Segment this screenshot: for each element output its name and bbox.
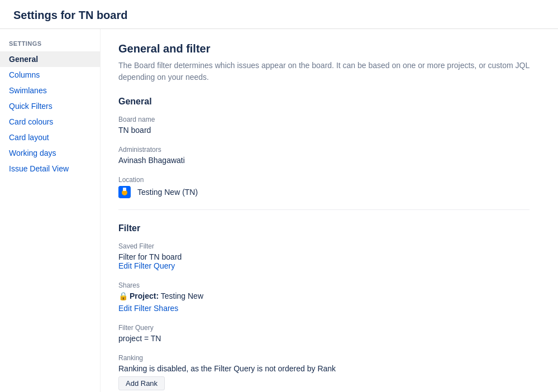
saved-filter-group: Saved Filter Filter for TN board Edit Fi… (118, 242, 530, 270)
sidebar-item-columns[interactable]: Columns (0, 67, 100, 83)
administrators-group: Administrators Avinash Bhagawati (118, 146, 530, 165)
ranking-value: Ranking is disabled, as the Filter Query… (118, 364, 530, 373)
saved-filter-value: Filter for TN board (118, 252, 530, 261)
sidebar-item-card-colours[interactable]: Card colours (0, 114, 100, 130)
filter-query-value: project = TN (118, 334, 530, 343)
shares-project-label: Project: Testing New (130, 291, 203, 300)
lock-icon: 🔒 (118, 291, 127, 300)
board-name-group: Board name TN board (118, 116, 530, 135)
saved-filter-label: Saved Filter (118, 242, 530, 250)
svg-rect-2 (123, 188, 126, 191)
location-row: Testing New (TN) (118, 186, 530, 198)
sidebar-section-label: SETTINGS (0, 38, 100, 51)
administrators-label: Administrators (118, 146, 530, 154)
sidebar-item-card-layout[interactable]: Card layout (0, 130, 100, 145)
shares-value: 🔒 Project: Testing New (118, 291, 530, 300)
general-section-title: General (118, 97, 530, 107)
administrators-value: Avinash Bhagawati (118, 156, 530, 165)
sidebar-item-quick-filters[interactable]: Quick Filters (0, 98, 100, 114)
sidebar-item-swimlanes[interactable]: Swimlanes (0, 83, 100, 98)
filter-section-title: Filter (118, 223, 530, 233)
edit-filter-query-link[interactable]: Edit Filter Query (118, 261, 175, 270)
location-project-icon (118, 186, 131, 198)
sidebar: SETTINGS GeneralColumnsSwimlanesQuick Fi… (0, 29, 101, 392)
location-value: Testing New (TN) (137, 188, 198, 197)
shares-label: Shares (118, 281, 530, 289)
main-content: General and filter The Board filter dete… (101, 29, 547, 392)
section-divider (118, 209, 530, 210)
page-title: Settings for TN board (13, 9, 545, 22)
shares-group: Shares 🔒 Project: Testing New Edit Filte… (118, 281, 530, 313)
location-label: Location (118, 176, 530, 184)
main-description: The Board filter determines which issues… (118, 60, 530, 83)
add-rank-button[interactable]: Add Rank (118, 376, 165, 390)
sidebar-item-issue-detail-view[interactable]: Issue Detail View (0, 161, 100, 176)
filter-query-group: Filter Query project = TN (118, 324, 530, 343)
sidebar-item-working-days[interactable]: Working days (0, 145, 100, 161)
board-name-label: Board name (118, 116, 530, 123)
location-icon-svg (118, 186, 131, 198)
board-name-value: TN board (118, 126, 530, 135)
sidebar-item-general[interactable]: General (0, 51, 100, 67)
shares-project-value: Testing New (161, 291, 203, 300)
filter-query-label: Filter Query (118, 324, 530, 332)
ranking-label: Ranking (118, 354, 530, 362)
ranking-group: Ranking Ranking is disabled, as the Filt… (118, 354, 530, 390)
edit-filter-shares-link[interactable]: Edit Filter Shares (118, 304, 178, 313)
location-group: Location Testing New (TN) (118, 176, 530, 198)
main-title: General and filter (118, 42, 530, 55)
